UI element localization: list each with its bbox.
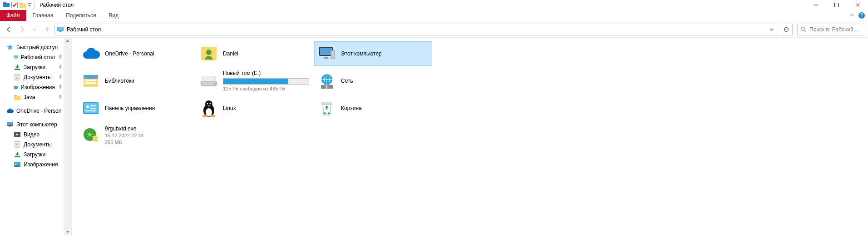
svg-rect-5 — [28, 3, 31, 4]
item-label: Корзина — [341, 105, 362, 112]
this-pc-header[interactable]: Этот компьютер — [2, 120, 71, 130]
drive-usage-bar — [223, 78, 309, 85]
tab-label: Главная — [33, 12, 54, 19]
svg-point-58 — [211, 115, 215, 117]
address-dropdown-button[interactable] — [767, 25, 777, 35]
sidebar-item-folder[interactable]: Java — [2, 92, 71, 102]
sidebar-scrollbar[interactable] — [64, 38, 71, 235]
explorer-icon — [3, 1, 10, 9]
item-drive[interactable]: Новый том (E:)115 ГБ свободно из 465 ГБ — [196, 69, 314, 93]
address-bar[interactable]: Рабочий стол — [54, 24, 778, 35]
item-recycle[interactable]: Корзина — [314, 96, 432, 120]
tab-view[interactable]: Вид — [102, 10, 125, 21]
sidebar-item-pictures[interactable]: Изображения — [2, 160, 71, 170]
search-box[interactable]: Поиск в: Рабочий... — [797, 24, 865, 35]
sidebar-item-downloads[interactable]: Загрузки — [2, 62, 71, 72]
sidebar-item-videos[interactable]: Видео — [2, 130, 71, 140]
folder-icon — [14, 94, 21, 101]
sidebar-item-label: Документы — [24, 141, 52, 148]
svg-rect-42 — [202, 77, 216, 81]
tab-label: Поделиться — [66, 12, 96, 19]
help-button[interactable]: ? — [857, 11, 866, 20]
up-button[interactable] — [42, 24, 53, 35]
sidebar-item-label: Видео — [24, 131, 39, 138]
svg-point-31 — [206, 50, 212, 55]
back-button[interactable] — [4, 24, 15, 35]
drive-free-text: 115 ГБ свободно из 465 ГБ — [223, 85, 309, 92]
svg-rect-44 — [321, 85, 326, 89]
item-cpl[interactable]: Панель управления — [78, 96, 196, 120]
item-label: Новый том (E:) — [223, 70, 309, 77]
pin-icon — [58, 74, 63, 81]
sidebar-item-documents[interactable]: Документы — [2, 140, 71, 150]
item-network[interactable]: Сеть — [314, 69, 432, 93]
svg-rect-11 — [59, 31, 62, 32]
svg-rect-16 — [15, 69, 20, 70]
maximize-button[interactable] — [826, 0, 847, 10]
address-text: Рабочий стол — [67, 26, 767, 33]
refresh-button[interactable] — [780, 24, 793, 35]
tab-label: Вид — [108, 12, 118, 19]
tab-share[interactable]: Поделиться — [59, 10, 102, 21]
quick-access-header[interactable]: Быстрый доступ — [2, 42, 71, 52]
onedrive-header[interactable]: OneDrive - Person — [2, 106, 71, 116]
navigation-pane: Быстрый доступ Рабочий столЗагрузкиДокум… — [0, 38, 72, 235]
main-area: Быстрый доступ Рабочий столЗагрузкиДокум… — [0, 38, 868, 235]
sidebar-item-label: Документы — [24, 74, 52, 80]
item-exe[interactable]: 9rgubxtd.exe15.12.2022 22:44265 МБ — [78, 123, 196, 148]
desktop-icon — [57, 26, 64, 33]
svg-point-48 — [86, 105, 89, 108]
item-thispc[interactable]: Этот компьютер — [314, 41, 432, 66]
pin-icon — [58, 54, 63, 61]
forward-button[interactable] — [16, 24, 27, 35]
svg-rect-50 — [90, 108, 96, 109]
item-onedrive[interactable]: OneDrive - Personal — [78, 41, 196, 66]
user-icon — [199, 44, 218, 63]
svg-rect-14 — [14, 56, 17, 58]
item-label: Панель управления — [105, 105, 155, 112]
item-libraries[interactable]: Библиотеки — [78, 69, 196, 93]
svg-rect-51 — [85, 110, 96, 111]
svg-point-29 — [15, 164, 17, 165]
pin-icon — [58, 64, 63, 71]
sidebar-item-downloads[interactable]: Загрузки — [2, 150, 71, 160]
sidebar-item-desktop[interactable]: Рабочий стол — [2, 52, 71, 62]
svg-point-41 — [214, 83, 216, 85]
svg-rect-10 — [58, 27, 63, 30]
pin-icon — [58, 94, 63, 101]
close-button[interactable] — [847, 0, 868, 10]
sidebar-item-pictures[interactable]: Изображения — [2, 82, 71, 92]
item-label: Библиотеки — [105, 77, 134, 85]
file-tab[interactable]: Файл — [0, 10, 26, 21]
qat-dropdown-icon[interactable] — [27, 1, 32, 9]
svg-rect-4 — [20, 3, 22, 4]
separator — [35, 2, 35, 8]
sidebar-item-label: Загрузки — [24, 64, 45, 70]
svg-rect-1 — [3, 2, 6, 4]
minimize-button[interactable] — [805, 0, 826, 10]
navigation-bar: Рабочий стол Поиск в: Рабочий... — [0, 21, 868, 38]
pictures-icon — [14, 161, 21, 168]
svg-rect-20 — [14, 96, 20, 100]
sidebar-item-label: Изображения — [24, 161, 58, 168]
sidebar-item-documents[interactable]: Документы — [2, 72, 71, 82]
tab-home[interactable]: Главная — [26, 10, 60, 21]
downloads-icon — [14, 151, 21, 158]
documents-icon — [14, 141, 21, 148]
svg-rect-6 — [835, 3, 839, 7]
folder-small-icon[interactable] — [19, 1, 26, 9]
search-icon — [800, 26, 807, 33]
ribbon-collapse-button[interactable] — [847, 11, 856, 20]
shield-icon — [81, 126, 100, 145]
item-linux[interactable]: Linux — [196, 96, 314, 120]
item-subtext: 265 МБ — [105, 139, 144, 146]
file-list[interactable]: OneDrive - PersonalDanielЭтот компьютерБ… — [72, 38, 868, 235]
downloads-icon — [14, 64, 21, 71]
svg-point-56 — [210, 103, 211, 105]
item-user[interactable]: Daniel — [196, 41, 314, 66]
this-pc-label: Этот компьютер — [16, 121, 57, 128]
sidebar-item-label: Изображения — [21, 84, 55, 90]
properties-checkbox-icon[interactable] — [11, 1, 18, 9]
recent-locations-button[interactable] — [29, 24, 40, 35]
svg-rect-45 — [327, 85, 333, 89]
